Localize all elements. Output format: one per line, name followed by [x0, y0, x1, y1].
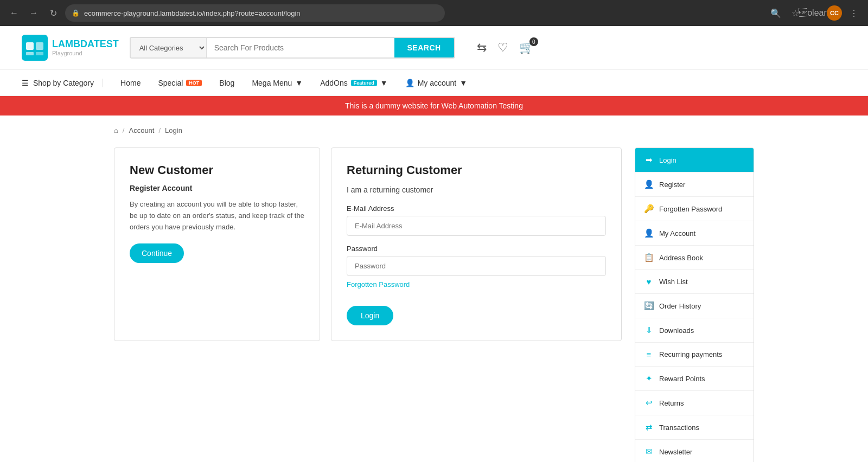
search-input[interactable]	[207, 38, 394, 57]
sidebar-recurring-label: Recurring payments	[659, 350, 722, 358]
sidebar-item-downloads[interactable]: ⇓ Downloads	[635, 318, 754, 343]
category-select[interactable]: All Categories	[131, 38, 207, 57]
svg-rect-0	[26, 42, 34, 50]
sidebar-item-reward-points[interactable]: ✦ Reward Points	[635, 367, 754, 391]
returns-icon: ↩	[644, 398, 654, 408]
lock-icon: 🔒	[72, 9, 80, 17]
reload-button[interactable]: ↻	[46, 5, 61, 21]
nav-special[interactable]: Special Hot	[149, 70, 210, 96]
account-chevron: ▼	[459, 79, 467, 87]
browser-chrome: ← → ↻ 🔒 ecommerce-playground.lambdatest.…	[0, 0, 868, 26]
nav-account-label: My account	[418, 79, 457, 87]
sidebar-item-login[interactable]: ➡ Login	[635, 148, 754, 172]
account-sidebar: ➡ Login 👤 Register 🔑 Forgotten Password …	[635, 147, 754, 462]
address-bar[interactable]: 🔒 ecommerce-playground.lambdatest.io/ind…	[65, 4, 445, 22]
sidebar-my-account-label: My Account	[659, 229, 695, 238]
sidebar-item-order-history[interactable]: 🔄 Order History	[635, 294, 754, 318]
logo-name: LAMBDATEST	[52, 39, 119, 50]
wishlist-icon-btn[interactable]: ♡	[497, 41, 508, 55]
logo-link[interactable]: LAMBDATEST Playground	[22, 35, 119, 61]
addons-chevron: ▼	[380, 79, 388, 87]
forgotten-password-link[interactable]: Forgotten Password	[347, 280, 606, 288]
continue-button[interactable]: Continue	[130, 243, 184, 263]
sidebar-item-transactions[interactable]: ⇄ Transactions	[635, 415, 754, 440]
nav-blog-label: Blog	[219, 79, 234, 87]
heart-icon: ♡	[497, 41, 508, 55]
breadcrumb-account: Account	[129, 126, 154, 134]
back-button[interactable]: ←	[7, 5, 22, 21]
sidebar-item-wish-list[interactable]: ♥ Wish List	[635, 270, 754, 294]
transfer-icon-btn[interactable]: ⇆	[477, 41, 487, 55]
email-input[interactable]	[347, 216, 606, 236]
main-nav: ☰ Shop by Category Home Special Hot Blog…	[0, 70, 868, 96]
site-header: LAMBDATEST Playground All Categories SEA…	[0, 26, 868, 70]
nav-home[interactable]: Home	[112, 70, 149, 96]
nav-mega-menu[interactable]: Mega Menu ▼	[243, 70, 311, 96]
sidebar-order-history-label: Order History	[659, 302, 701, 310]
breadcrumb-sep2: /	[158, 126, 161, 134]
forward-button[interactable]: →	[26, 5, 41, 21]
recurring-icon: ≡	[644, 350, 654, 359]
login-icon: ➡	[644, 155, 654, 165]
search-button[interactable]: SEARCH	[394, 38, 454, 57]
reward-icon: ✦	[644, 374, 654, 383]
breadcrumb-home-link[interactable]: ⌂	[114, 126, 118, 134]
sidebar-wish-list-label: Wish List	[659, 278, 688, 286]
svg-rect-3	[36, 52, 43, 55]
shop-by-category[interactable]: ☰ Shop by Category	[22, 79, 103, 87]
new-customer-description: By creating an account you will be able …	[130, 199, 304, 233]
password-form-group: Password Forgotten Password	[347, 245, 606, 288]
password-input[interactable]	[347, 256, 606, 276]
sidebar-transactions-label: Transactions	[659, 424, 699, 432]
extensions-btn[interactable]: olean;	[807, 5, 822, 21]
key-icon: 🔑	[644, 204, 654, 214]
sidebar-returns-label: Returns	[659, 399, 684, 407]
main-layout: New Customer Register Account By creatin…	[114, 147, 754, 462]
cart-icon-btn[interactable]: 🛒 0	[519, 41, 534, 55]
login-button[interactable]: Login	[347, 306, 393, 325]
wishlist-icon: ♥	[644, 277, 654, 286]
featured-badge: Featured	[351, 80, 377, 86]
search-browser-btn[interactable]: 🔍	[768, 5, 783, 21]
sidebar-item-register[interactable]: 👤 Register	[635, 172, 754, 197]
svg-rect-1	[36, 42, 43, 50]
cart-badge: 0	[529, 37, 538, 46]
nav-blog[interactable]: Blog	[210, 70, 243, 96]
person-icon: 👤	[405, 79, 414, 87]
mega-menu-chevron: ▼	[295, 79, 303, 87]
breadcrumb-account-link[interactable]: Account	[129, 126, 154, 134]
returning-customer-title: Returning Customer	[347, 163, 606, 177]
info-banner: This is a dummy website for Web Automati…	[0, 96, 868, 116]
sidebar-item-forgotten-password[interactable]: 🔑 Forgotten Password	[635, 197, 754, 221]
header-icons: ⇆ ♡ 🛒 0	[477, 41, 534, 55]
sidebar-address-label: Address Book	[659, 254, 703, 262]
search-bar: All Categories SEARCH	[130, 37, 455, 59]
breadcrumb-sep1: /	[123, 126, 125, 134]
home-icon: ⌂	[114, 126, 118, 134]
profile-avatar[interactable]: CC	[827, 5, 842, 21]
register-icon: 👤	[644, 179, 654, 189]
new-customer-title: New Customer	[130, 163, 304, 177]
nav-addons[interactable]: AddOns Featured ▼	[311, 70, 396, 96]
register-account-subtitle: Register Account	[130, 184, 304, 193]
logo-icon	[22, 35, 48, 61]
sidebar-item-my-account[interactable]: 👤 My Account	[635, 221, 754, 246]
sidebar-item-returns[interactable]: ↩ Returns	[635, 391, 754, 415]
transfer-icon: ⇆	[477, 41, 487, 55]
transactions-icon: ⇄	[644, 422, 654, 432]
sidebar-item-address-book[interactable]: 📋 Address Book	[635, 246, 754, 270]
menu-btn[interactable]: ⋮	[846, 5, 861, 21]
sidebar-downloads-label: Downloads	[659, 326, 694, 335]
returning-subtitle: I am a returning customer	[347, 184, 606, 196]
banner-text: This is a dummy website for Web Automati…	[345, 101, 523, 110]
password-label: Password	[347, 245, 606, 253]
order-history-icon: 🔄	[644, 301, 654, 311]
sidebar-item-newsletter[interactable]: ✉ Newsletter	[635, 440, 754, 462]
nav-addons-label: AddOns	[320, 79, 348, 87]
returning-customer-card: Returning Customer I am a returning cust…	[331, 147, 622, 341]
downloads-icon: ⇓	[644, 325, 654, 335]
url-text: ecommerce-playground.lambdatest.io/index…	[84, 9, 301, 17]
nav-my-account[interactable]: 👤 My account ▼	[397, 70, 476, 96]
logo-sub: Playground	[52, 50, 119, 56]
sidebar-item-recurring-payments[interactable]: ≡ Recurring payments	[635, 343, 754, 367]
